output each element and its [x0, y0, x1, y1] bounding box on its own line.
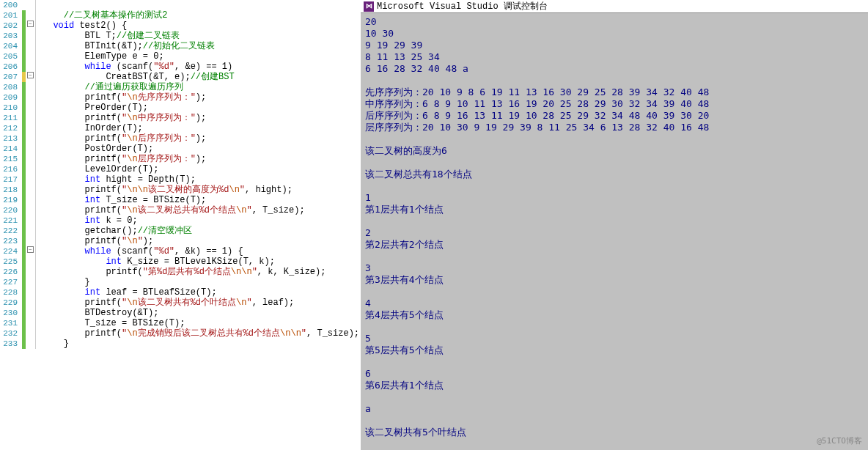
fold-toggle-icon[interactable]: − [27, 72, 34, 78]
code-line[interactable]: printf("\n该二叉树总共有%d个结点\n", T_size); [43, 205, 361, 215]
fold-toggle-icon[interactable]: − [27, 246, 34, 253]
code-line[interactable]: InOrder(T); [43, 123, 361, 133]
fold-column [26, 339, 36, 349]
console-line [365, 321, 864, 333]
console-line [365, 391, 864, 403]
console-output[interactable]: 2010 309 19 29 398 11 13 25 346 16 28 32… [361, 13, 868, 450]
code-line[interactable]: printf("\n后序序列为："); [43, 133, 361, 144]
code-line[interactable]: void test2() { [43, 21, 361, 31]
console-line: 该二叉树总共有18个结点 [365, 169, 864, 180]
code-line[interactable]: LevelOrder(T); [43, 164, 361, 174]
code-line[interactable]: printf("第%d层共有%d个结点\n\n", k, K_size); [43, 267, 361, 277]
console-line: 第1层共有1个结点 [365, 204, 864, 215]
console-line [365, 356, 864, 368]
code-line[interactable]: printf("\n先序序列为："); [43, 92, 361, 103]
console-line: 后序序列为：6 8 9 16 13 11 19 10 28 25 29 32 3… [365, 110, 864, 122]
fold-column [26, 287, 36, 298]
code-line[interactable]: int k = 0; [43, 215, 361, 226]
fold-column [26, 185, 36, 195]
console-line: 第2层共有2个结点 [365, 239, 864, 251]
fold-toggle-icon[interactable]: − [27, 21, 34, 27]
code-line[interactable]: printf("\n完成销毁后该二叉树总共有%d个结点\n\n", T_size… [43, 328, 361, 339]
fold-column: − [26, 246, 36, 257]
code-line[interactable]: T_size = BTSize(T); [43, 318, 361, 328]
line-number: 223 [0, 236, 22, 246]
fold-column [26, 92, 36, 103]
console-line: 中序序列为：6 8 9 10 11 13 16 19 20 25 28 29 3… [365, 98, 864, 110]
code-line[interactable]: ElemType e = 0; [43, 51, 361, 62]
code-line[interactable]: printf("\n层序序列为："); [43, 154, 361, 164]
code-line[interactable]: CreatBST(&T, e);//创建BST [43, 72, 361, 82]
fold-column [26, 298, 36, 308]
fold-column [26, 308, 36, 318]
code-line[interactable]: printf("\n\n该二叉树的高度为%d\n", hight); [43, 185, 361, 195]
fold-column [26, 215, 36, 226]
code-line[interactable]: } [43, 339, 361, 349]
code-line[interactable]: int T_size = BTSize(T); [43, 195, 361, 205]
code-line[interactable]: getchar();//清空缓冲区 [43, 226, 361, 236]
code-line[interactable]: printf("\n该二叉树共有%d个叶结点\n", leaf); [43, 298, 361, 308]
line-number: 208 [0, 82, 22, 92]
code-line[interactable]: PostOrder(T); [43, 144, 361, 154]
fold-column [26, 236, 36, 246]
console-line [365, 251, 864, 262]
code-line[interactable]: BTDestroy(&T); [43, 308, 361, 318]
console-line: 该二叉树共有5个叶结点 [365, 427, 864, 438]
code-line[interactable]: BTInit(&T);//初始化二叉链表 [43, 41, 361, 51]
console-line: 第4层共有5个结点 [365, 309, 864, 321]
line-number: 225 [0, 257, 22, 267]
line-number: 231 [0, 318, 22, 328]
code-line[interactable] [43, 0, 361, 10]
code-line[interactable]: //二叉树基本操作的测试2 [43, 10, 361, 21]
code-editor-panel: 200201202−203204205206207−20820921021121… [0, 0, 361, 450]
fold-column: − [26, 72, 36, 82]
fold-column [26, 267, 36, 277]
console-line [365, 157, 864, 169]
line-number: 220 [0, 205, 22, 215]
fold-column [26, 144, 36, 154]
console-line: 4 [365, 298, 864, 309]
fold-column [26, 154, 36, 164]
code-line[interactable]: while (scanf("%d", &e) == 1) [43, 62, 361, 72]
line-number: 233 [0, 339, 22, 349]
console-line [365, 215, 864, 227]
console-line: 先序序列为：20 10 9 8 6 19 11 13 16 30 29 25 2… [365, 86, 864, 98]
code-line[interactable]: //通过遍历获取遍历序列 [43, 82, 361, 92]
fold-column [26, 0, 36, 10]
fold-column [26, 133, 36, 144]
console-line: 第3层共有4个结点 [365, 274, 864, 286]
console-line [365, 438, 864, 450]
line-number: 215 [0, 154, 22, 164]
fold-column [26, 318, 36, 328]
line-number: 207 [0, 72, 22, 82]
console-line: 1 [365, 192, 864, 204]
console-title-text: Microsoft Visual Studio 调试控制台 [377, 0, 548, 12]
line-number: 212 [0, 123, 22, 133]
code-line[interactable]: printf("\n"); [43, 236, 361, 246]
line-number: 201 [0, 10, 22, 21]
line-number: 204 [0, 41, 22, 51]
fold-column [26, 257, 36, 267]
console-line: 8 11 13 25 34 [365, 51, 864, 63]
console-line: 9 19 29 39 [365, 40, 864, 51]
console-line: 6 16 28 32 40 48 a [365, 63, 864, 75]
line-number: 228 [0, 287, 22, 298]
console-line: 20 [365, 16, 864, 28]
code-line[interactable]: while (scanf("%d", &k) == 1) { [43, 246, 361, 257]
line-number: 214 [0, 144, 22, 154]
fold-column [26, 31, 36, 41]
code-line[interactable]: } [43, 277, 361, 287]
fold-column [26, 41, 36, 51]
fold-column [26, 113, 36, 123]
code-line[interactable]: int hight = Depth(T); [43, 174, 361, 185]
console-line: 3 [365, 262, 864, 274]
console-titlebar: ⋈ Microsoft Visual Studio 调试控制台 [361, 0, 868, 13]
fold-column [26, 62, 36, 72]
code-line[interactable]: int leaf = BTLeafSize(T); [43, 287, 361, 298]
code-line[interactable]: BTL T;//创建二叉链表 [43, 31, 361, 41]
code-line[interactable]: printf("\n中序序列为："); [43, 113, 361, 123]
code-line[interactable]: int K_size = BTLevelKSize(T, k); [43, 257, 361, 267]
fold-column [26, 174, 36, 185]
code-area[interactable]: //二叉树基本操作的测试2 void test2() { BTL T;//创建二… [40, 0, 361, 450]
code-line[interactable]: PreOrder(T); [43, 103, 361, 113]
